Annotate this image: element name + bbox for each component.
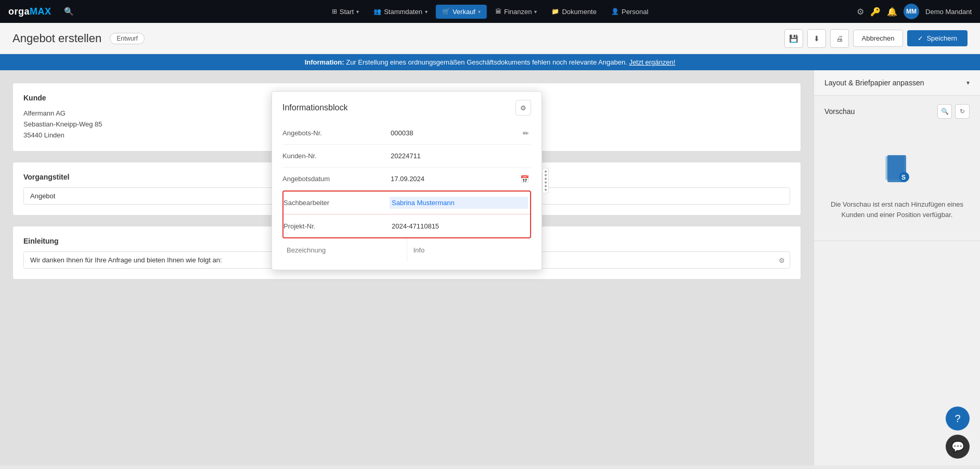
label-angebots-nr: Angebots-Nr. bbox=[282, 122, 386, 144]
save-document-icon-btn[interactable]: 💾 bbox=[784, 29, 803, 48]
value-info bbox=[407, 238, 532, 261]
form-row-bezeichnung bbox=[282, 238, 531, 261]
calendar-icon[interactable]: 📅 bbox=[520, 175, 529, 183]
topnav-right-icons: ⚙ 🔑 🔔 MM Demo Mandant bbox=[857, 4, 972, 19]
content-area: Kunde Alfermann AG Sebastian-Kneipp-Weg … bbox=[0, 70, 814, 465]
value-projekt-nr bbox=[388, 214, 530, 237]
value-sachbearbeiter bbox=[388, 192, 530, 214]
page-toolbar: Angebot erstellen Entwurf 💾 ⬇ 🖨 Abbreche… bbox=[0, 23, 980, 54]
input-projekt-nr[interactable] bbox=[390, 220, 528, 232]
download-icon-btn[interactable]: ⬇ bbox=[807, 29, 826, 48]
toolbar-right-buttons: 💾 ⬇ 🖨 Abbrechen ✓ Speichern bbox=[784, 29, 968, 48]
vorschau-header: Vorschau 🔍 ↻ bbox=[814, 96, 980, 123]
chat-icon: 💬 bbox=[951, 440, 964, 453]
form-row-sachbearbeiter: Sachbearbeiter bbox=[283, 192, 530, 214]
vorschau-description: Die Vorschau ist erst nach Hinzufügen ei… bbox=[824, 199, 970, 220]
input-sachbearbeiter[interactable] bbox=[390, 197, 528, 209]
nav-item-start[interactable]: ⊞ Start ▾ bbox=[326, 5, 365, 19]
label-projekt-nr: Projekt-Nr. bbox=[283, 214, 388, 237]
help-question-button[interactable]: ? bbox=[946, 407, 970, 430]
label-angebotsdatum: Angebotsdatum bbox=[282, 168, 386, 190]
app-logo[interactable]: orgaMAX bbox=[8, 6, 51, 17]
check-icon: ✓ bbox=[918, 34, 923, 42]
nav-label-stammdaten: Stammdaten bbox=[384, 8, 422, 16]
vorschau-content: S Die Vorschau ist erst nach Hinzufügen … bbox=[814, 133, 980, 240]
modal-header: Informationsblock ⚙ bbox=[272, 92, 541, 122]
form-row-kunden-nr: Kunden-Nr. bbox=[282, 145, 531, 168]
info-banner-link[interactable]: Jetzt ergänzen! bbox=[629, 58, 675, 66]
question-icon: ? bbox=[955, 413, 960, 425]
input-bezeichnung[interactable] bbox=[285, 244, 403, 256]
person-icon: 👤 bbox=[611, 8, 619, 15]
user-avatar[interactable]: MM bbox=[904, 4, 919, 19]
main-navigation: ⊞ Start ▾ 👥 Stammdaten ▾ 🛒 Verkauf ▾ 🏛 F… bbox=[326, 5, 655, 19]
chevron-down-icon: ▾ bbox=[425, 9, 428, 15]
layout-chevron-icon: ▾ bbox=[966, 79, 970, 86]
cart-icon: 🛒 bbox=[442, 8, 450, 15]
chevron-down-icon: ▾ bbox=[478, 9, 481, 15]
vorschau-refresh-icon[interactable]: ↻ bbox=[955, 104, 970, 119]
nav-item-stammdaten[interactable]: 👥 Stammdaten ▾ bbox=[367, 5, 434, 19]
vorschau-title: Vorschau bbox=[824, 107, 855, 116]
print-icon-btn[interactable]: 🖨 bbox=[830, 29, 849, 48]
settings-icon[interactable]: ⚙ bbox=[857, 7, 864, 17]
form-row-angebots-nr: Angebots-Nr. ✏ bbox=[282, 122, 531, 145]
user-management-icon[interactable]: 🔑 bbox=[870, 7, 881, 17]
nav-label-dokumente: Dokumente bbox=[562, 8, 596, 16]
layout-section-header[interactable]: Layout & Briefpapier anpassen ▾ bbox=[814, 70, 980, 95]
nav-item-finanzen[interactable]: 🏛 Finanzen ▾ bbox=[489, 5, 543, 19]
chevron-down-icon: ▾ bbox=[534, 9, 537, 15]
vorschau-icons: 🔍 ↻ bbox=[937, 104, 970, 119]
layout-section-title: Layout & Briefpapier anpassen bbox=[824, 79, 924, 87]
cancel-button[interactable]: Abbrechen bbox=[853, 30, 904, 47]
highlight-section: Sachbearbeiter Projekt-Nr. bbox=[282, 191, 531, 238]
notifications-icon[interactable]: 🔔 bbox=[887, 7, 897, 17]
input-angebots-nr[interactable] bbox=[389, 127, 520, 139]
help-chat-button[interactable]: 💬 bbox=[946, 435, 970, 459]
value-kunden-nr bbox=[386, 145, 531, 167]
logo-orga: orga bbox=[8, 6, 30, 17]
form-row-projekt-nr: Projekt-Nr. bbox=[283, 214, 530, 237]
form-row-angebotsdatum: Angebotsdatum 📅 bbox=[282, 168, 531, 191]
top-navigation: orgaMAX 🔍 ⊞ Start ▾ 👥 Stammdaten ▾ 🛒 Ver… bbox=[0, 0, 980, 23]
vorschau-zoom-icon[interactable]: 🔍 bbox=[937, 104, 952, 119]
info-banner-prefix: Information: bbox=[305, 58, 344, 66]
logo-max: MAX bbox=[30, 6, 51, 17]
status-badge: Entwurf bbox=[110, 33, 145, 44]
input-angebotsdatum[interactable] bbox=[389, 173, 529, 185]
users-icon: 👥 bbox=[373, 8, 381, 15]
bank-icon: 🏛 bbox=[495, 8, 501, 15]
edit-icon[interactable]: ✏ bbox=[523, 129, 529, 137]
folder-icon: 📁 bbox=[551, 8, 559, 15]
nav-label-start: Start bbox=[340, 8, 354, 16]
input-kunden-nr[interactable] bbox=[389, 150, 529, 162]
nav-label-personal: Personal bbox=[622, 8, 648, 16]
chevron-down-icon: ▾ bbox=[356, 9, 359, 15]
modal-gear-button[interactable]: ⚙ bbox=[515, 100, 531, 116]
grid-icon: ⊞ bbox=[332, 8, 337, 15]
value-angebotsdatum: 📅 bbox=[386, 168, 531, 190]
main-layout: Kunde Alfermann AG Sebastian-Kneipp-Weg … bbox=[0, 70, 980, 465]
nav-label-finanzen: Finanzen bbox=[504, 8, 532, 16]
informationsblock-modal: Informationsblock ⚙ Angebots-Nr. ✏ Kunde… bbox=[272, 91, 542, 270]
layout-section: Layout & Briefpapier anpassen ▾ bbox=[814, 70, 980, 96]
value-angebots-nr: ✏ bbox=[386, 122, 531, 144]
svg-text:S: S bbox=[901, 174, 906, 181]
search-icon[interactable]: 🔍 bbox=[64, 7, 74, 16]
modal-title: Informationsblock bbox=[282, 103, 347, 112]
modal-body: Angebots-Nr. ✏ Kunden-Nr. Angebotsdatum bbox=[272, 122, 541, 270]
info-banner: Information: Zur Erstellung eines ordnun… bbox=[0, 54, 980, 70]
vorschau-section: Vorschau 🔍 ↻ S Die Vorschau ist ers bbox=[814, 96, 980, 241]
nav-label-verkauf: Verkauf bbox=[453, 8, 475, 16]
einleitung-gear-icon[interactable]: ⚙ bbox=[779, 256, 785, 264]
drag-handle[interactable] bbox=[543, 168, 549, 194]
nav-item-verkauf[interactable]: 🛒 Verkauf ▾ bbox=[436, 5, 487, 19]
input-info[interactable] bbox=[411, 244, 530, 256]
nav-item-dokumente[interactable]: 📁 Dokumente bbox=[545, 5, 602, 19]
page-title: Angebot erstellen bbox=[12, 32, 101, 45]
user-label[interactable]: Demo Mandant bbox=[925, 8, 972, 16]
save-label: Speichern bbox=[926, 34, 957, 42]
help-buttons: ? 💬 bbox=[946, 407, 970, 459]
save-button[interactable]: ✓ Speichern bbox=[907, 30, 968, 46]
nav-item-personal[interactable]: 👤 Personal bbox=[605, 5, 654, 19]
